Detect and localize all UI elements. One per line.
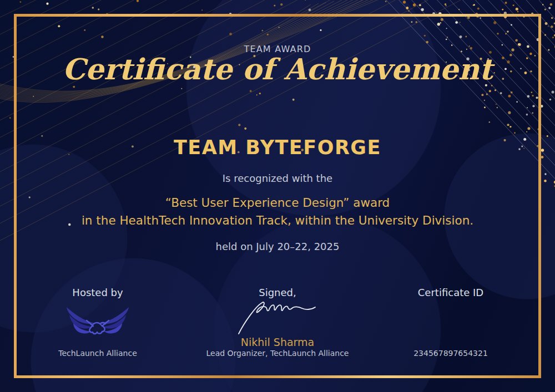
- host-org-name: TechLaunch Alliance: [20, 349, 175, 358]
- event-date-line: held on July 20–22, 2025: [0, 241, 555, 252]
- certificate-id-section: Certificate ID 234567897654321: [379, 287, 523, 359]
- certificate-title: Certificate of Achievement: [0, 52, 555, 86]
- intro-line: Is recognized with the: [0, 172, 555, 184]
- signature-icon: [233, 299, 322, 335]
- signer-name: Nikhil Sharma: [183, 336, 372, 348]
- hosted-by-section: Hosted by TechLaunch Alliance: [20, 287, 175, 359]
- certificate-id-value: 234567897654321: [379, 349, 523, 358]
- award-title-line: “Best User Experience Design” award: [0, 196, 555, 210]
- award-track-line: in the HealthTech Innovation Track, with…: [0, 213, 555, 227]
- signature-section: Signed, Nikhil Sharma Lead Organizer, Te…: [183, 287, 372, 359]
- recipient-name: TEAM BYTEFORGE: [0, 136, 555, 159]
- certificate: TEAM AWARD Certificate of Achievement TE…: [0, 0, 555, 392]
- winged-handshake-logo-icon: [64, 306, 132, 342]
- certificate-id-label: Certificate ID: [379, 287, 523, 298]
- signer-title: Lead Organizer, TechLaunch Alliance: [183, 349, 372, 358]
- signed-label: Signed,: [183, 287, 372, 298]
- hosted-by-label: Hosted by: [20, 287, 175, 298]
